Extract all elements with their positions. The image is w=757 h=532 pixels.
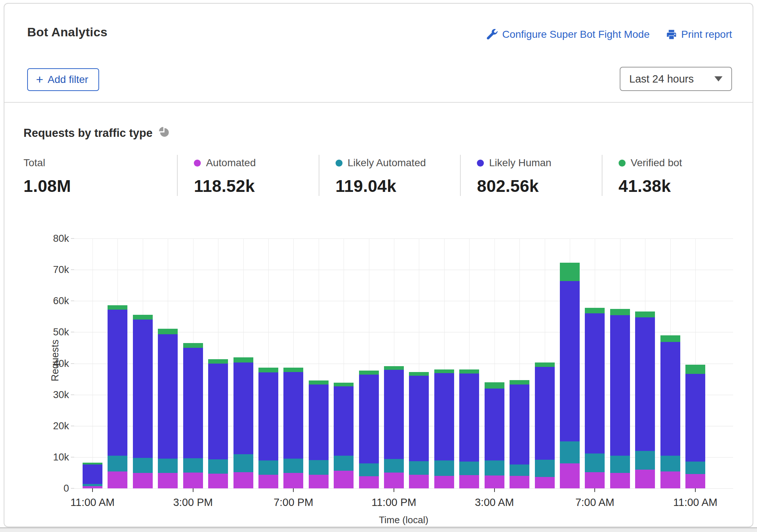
bar-11-00-am[interactable] — [685, 365, 705, 488]
bar-12-00-am[interactable] — [409, 372, 429, 488]
legend-dot — [477, 160, 484, 167]
bar-1-00-am[interactable] — [434, 369, 454, 488]
chevron-down-icon — [714, 76, 722, 81]
x-tick-label: 7:00 PM — [274, 496, 313, 509]
segment-likely-automated — [685, 462, 705, 474]
bar-7-00-am[interactable] — [585, 308, 605, 488]
bar-3-00-pm[interactable] — [183, 343, 203, 488]
segment-verified-bot — [133, 315, 153, 320]
bar-10-00-am[interactable] — [660, 335, 680, 488]
bar-9-00-pm[interactable] — [334, 383, 354, 488]
configure-link-label: Configure Super Bot Fight Mode — [502, 29, 650, 40]
h-gridline — [74, 238, 733, 239]
segment-likely-automated — [635, 451, 655, 470]
stat-automated: Automated118.52k — [177, 155, 319, 196]
segment-likely-automated — [283, 459, 303, 473]
requests-bar-chart: Requests Time (local) 010k20k30k40k50k60… — [74, 238, 733, 488]
configure-super-bot-fight-mode-link[interactable]: Configure Super Bot Fight Mode — [487, 29, 650, 40]
bar-1-00-pm[interactable] — [133, 315, 153, 488]
y-tick-mark — [71, 457, 74, 458]
bar-5-00-am[interactable] — [535, 362, 555, 488]
h-gridline — [74, 270, 733, 270]
x-tick-mark — [594, 488, 595, 492]
segment-likely-automated — [133, 458, 153, 473]
segment-likely-human — [660, 342, 680, 456]
bar-4-00-am[interactable] — [510, 380, 529, 488]
segment-verified-bot — [434, 369, 454, 373]
segment-verified-bot — [208, 359, 228, 364]
bar-10-00-pm[interactable] — [359, 371, 379, 488]
segment-automated — [560, 463, 580, 488]
print-report-link[interactable]: Print report — [666, 29, 732, 40]
segment-likely-automated — [384, 459, 404, 473]
segment-likely-automated — [208, 459, 228, 474]
bar-8-00-am[interactable] — [610, 309, 630, 488]
y-tick-mark — [71, 332, 74, 332]
stat-value: 118.52k — [194, 176, 319, 196]
h-gridline — [74, 488, 733, 489]
segment-automated — [685, 474, 705, 488]
segment-verified-bot — [485, 382, 504, 388]
plus-icon: + — [36, 73, 43, 85]
y-tick-label: 0 — [64, 483, 69, 494]
bar-11-00-pm[interactable] — [384, 366, 404, 488]
add-filter-button[interactable]: + Add filter — [27, 68, 99, 91]
segment-likely-human — [560, 281, 580, 442]
bar-5-00-pm[interactable] — [233, 357, 253, 489]
stat-likely-automated: Likely Automated119.04k — [319, 155, 460, 196]
segment-verified-bot — [610, 309, 630, 316]
y-tick-label: 40k — [53, 358, 69, 369]
legend-dot — [619, 160, 626, 167]
segment-verified-bot — [359, 371, 379, 375]
bar-6-00-pm[interactable] — [258, 368, 278, 488]
segment-likely-human — [685, 374, 705, 462]
header-links: Configure Super Bot Fight Mode Print rep… — [487, 29, 732, 40]
bar-2-00-am[interactable] — [459, 369, 479, 488]
bar-11-00-am[interactable] — [83, 463, 102, 488]
section-title-row: Requests by traffic type — [23, 126, 171, 140]
segment-automated — [359, 476, 379, 488]
segment-likely-human — [133, 320, 153, 458]
y-tick-label: 60k — [53, 295, 69, 307]
time-range-select[interactable]: Last 24 hours — [620, 67, 732, 91]
bar-6-00-am[interactable] — [560, 263, 580, 488]
x-tick-mark — [293, 488, 294, 492]
legend-dot — [336, 160, 343, 167]
segment-automated — [585, 472, 605, 488]
stat-verified-bot: Verified bot41.38k — [602, 155, 734, 196]
bar-3-00-am[interactable] — [485, 382, 504, 488]
y-tick-mark — [71, 426, 74, 426]
bar-2-00-pm[interactable] — [158, 329, 178, 488]
segment-likely-human — [635, 317, 655, 451]
segment-likely-automated — [485, 460, 504, 475]
legend-dot — [194, 160, 201, 167]
segment-likely-human — [158, 334, 178, 459]
wrench-icon — [487, 29, 498, 40]
segment-automated — [434, 476, 454, 488]
bar-8-00-pm[interactable] — [309, 380, 329, 488]
segment-likely-human — [485, 389, 504, 461]
segment-automated — [133, 473, 153, 488]
bar-12-00-pm[interactable] — [108, 305, 127, 488]
segment-automated — [183, 473, 203, 488]
segment-likely-automated — [183, 458, 203, 472]
y-tick-mark — [71, 394, 74, 395]
y-tick-label: 10k — [53, 451, 69, 463]
h-gridline — [74, 301, 733, 301]
segment-verified-bot — [560, 263, 580, 281]
segment-likely-automated — [535, 460, 555, 477]
bar-9-00-am[interactable] — [635, 311, 655, 488]
bar-7-00-pm[interactable] — [283, 368, 303, 488]
y-tick-label: 20k — [53, 420, 69, 431]
segment-likely-human — [334, 386, 354, 456]
y-tick-mark — [71, 238, 74, 239]
segment-likely-human — [510, 385, 529, 465]
y-tick-label: 30k — [53, 389, 69, 400]
segment-likely-human — [384, 370, 404, 459]
segment-automated — [635, 470, 655, 488]
segment-automated — [535, 477, 555, 488]
bar-4-00-pm[interactable] — [208, 359, 228, 488]
segment-verified-bot — [283, 368, 303, 372]
segment-likely-automated — [334, 456, 354, 471]
x-tick-mark — [394, 488, 394, 492]
